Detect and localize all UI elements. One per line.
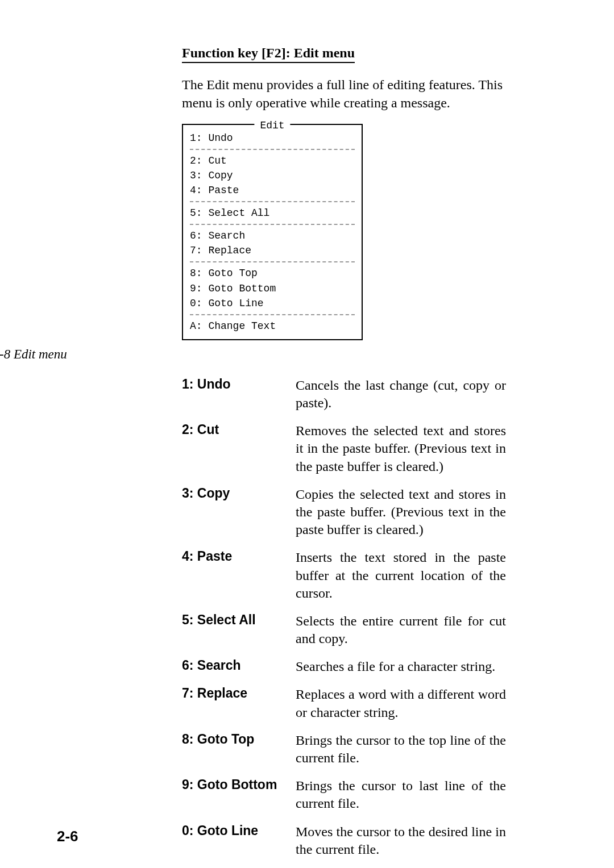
edit-menu-title: Edit	[254, 118, 290, 133]
definition-description: Cancels the last change (cut, copy or pa…	[296, 377, 506, 412]
definition-row: 9: Goto BottomBrings the cursor to last …	[182, 777, 506, 812]
intro-paragraph: The Edit menu provides a full line of ed…	[182, 76, 506, 112]
definitions-list: 1: UndoCancels the last change (cut, cop…	[182, 377, 506, 868]
edit-menu-item: 2: Cut	[190, 153, 355, 168]
definition-row: 1: UndoCancels the last change (cut, cop…	[182, 377, 506, 412]
edit-menu-separator	[190, 224, 355, 225]
edit-menu-separator	[190, 149, 355, 150]
definition-term: 6: Search	[182, 658, 296, 673]
definition-term: 2: Cut	[182, 422, 296, 437]
definition-description: Selects the entire current file for cut …	[296, 612, 506, 648]
definition-row: 3: CopyCopies the selected text and stor…	[182, 486, 506, 539]
definition-row: 6: SearchSearches a file for a character…	[182, 658, 506, 675]
edit-menu-item: A: Change Text	[190, 319, 355, 333]
edit-menu-item: 5: Select All	[190, 206, 355, 220]
definition-term: 3: Copy	[182, 486, 296, 501]
definition-term: 1: Undo	[182, 377, 296, 392]
definition-row: 4: PasteInserts the text stored in the p…	[182, 549, 506, 602]
figure-caption: Figure 2-8 Edit menu	[0, 347, 546, 362]
edit-menu-box: Edit 1: Undo2: Cut3: Copy4: Paste5: Sele…	[182, 124, 363, 340]
definition-row: 5: Select AllSelects the entire current …	[182, 612, 506, 648]
definition-description: Removes the selected text and stores it …	[296, 422, 506, 475]
edit-menu-item: 6: Search	[190, 228, 355, 243]
definition-description: Inserts the text stored in the paste buf…	[296, 549, 506, 602]
definition-row: 7: ReplaceReplaces a word with a differe…	[182, 686, 506, 721]
definition-description: Searches a file for a character string.	[296, 658, 495, 675]
definition-description: Brings the cursor to last line of the cu…	[296, 777, 506, 812]
edit-menu-item: 7: Replace	[190, 243, 355, 258]
definition-description: Moves the cursor to the desired line in …	[296, 823, 506, 858]
definition-row: 0: Goto LineMoves the cursor to the desi…	[182, 823, 506, 858]
edit-menu-separator	[190, 261, 355, 262]
definition-term: 4: Paste	[182, 549, 296, 564]
definition-row: 8: Goto TopBrings the cursor to the top …	[182, 732, 506, 767]
definition-row: 2: CutRemoves the selected text and stor…	[182, 422, 506, 475]
edit-menu-item: 3: Copy	[190, 168, 355, 183]
definition-term: 8: Goto Top	[182, 732, 296, 747]
definition-description: Brings the cursor to the top line of the…	[296, 732, 506, 767]
edit-menu-item: 4: Paste	[190, 183, 355, 198]
definition-term: 5: Select All	[182, 612, 296, 628]
definition-term: 0: Goto Line	[182, 823, 296, 838]
section-heading: Function key [F2]: Edit menu	[182, 45, 355, 63]
edit-menu-item: 9: Goto Bottom	[190, 281, 355, 296]
edit-menu-item: 0: Goto Line	[190, 296, 355, 311]
edit-menu-separator	[190, 201, 355, 202]
edit-menu-item: 8: Goto Top	[190, 266, 355, 281]
edit-menu-separator	[190, 314, 355, 315]
page-number: 2-6	[57, 828, 78, 845]
definition-term: 9: Goto Bottom	[182, 777, 296, 792]
definition-description: Copies the selected text and stores in t…	[296, 486, 506, 539]
definition-description: Replaces a word with a different word or…	[296, 686, 506, 721]
definition-term: 7: Replace	[182, 686, 296, 701]
